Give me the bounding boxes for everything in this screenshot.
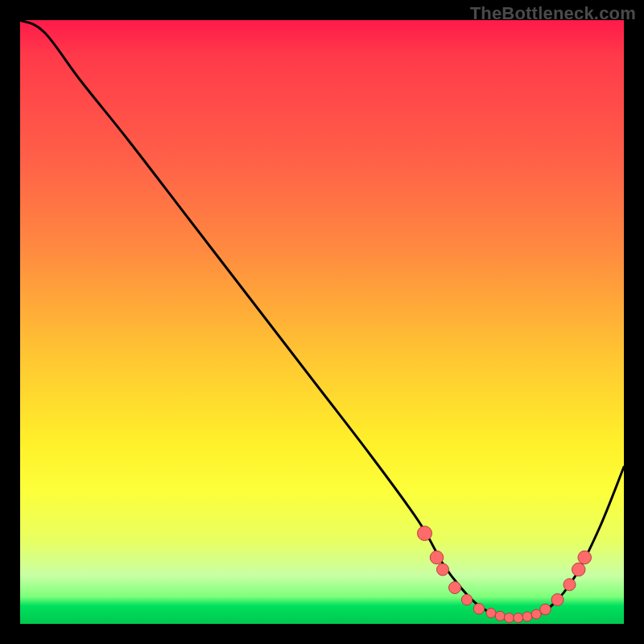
- data-point: [531, 609, 541, 619]
- plot-area: [20, 20, 624, 624]
- data-point: [514, 613, 523, 623]
- watermark-text: TheBottleneck.com: [470, 3, 636, 24]
- data-point: [551, 594, 564, 606]
- curve-layer: [20, 20, 624, 624]
- data-point: [430, 551, 444, 564]
- data-point: [461, 594, 473, 605]
- data-point: [449, 582, 461, 594]
- data-point: [578, 551, 592, 564]
- data-point: [522, 612, 532, 621]
- data-point: [505, 613, 514, 623]
- curve-markers: [418, 526, 592, 623]
- data-point: [486, 609, 496, 618]
- chart-frame: TheBottleneck.com: [0, 0, 644, 644]
- data-point: [437, 564, 449, 576]
- bottleneck-curve: [20, 20, 624, 620]
- data-point: [473, 604, 485, 615]
- data-point: [495, 611, 505, 621]
- data-point: [418, 526, 432, 541]
- data-point: [564, 579, 576, 591]
- data-point: [572, 563, 586, 576]
- data-point: [540, 604, 551, 615]
